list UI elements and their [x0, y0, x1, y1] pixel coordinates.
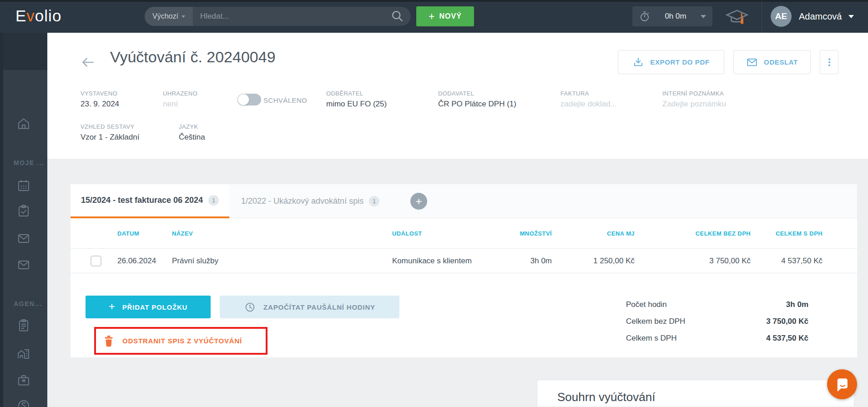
building-icon [16, 346, 31, 361]
sidebar-item-mail[interactable] [0, 231, 47, 246]
totals-value: 4 537,50 Kč [766, 334, 808, 343]
column-cena-mj: CENA MJ [562, 218, 635, 249]
cell-nazev: Právní služby [172, 249, 322, 273]
envelope-icon [16, 231, 31, 246]
meta-value-paid[interactable]: není [163, 100, 197, 109]
sidebar-section-agenda: AGEN... [14, 300, 42, 307]
send-button[interactable]: ODESLAT [733, 50, 811, 74]
plus-icon: + [429, 11, 434, 22]
count-flat-hours-button[interactable]: ZAPOČÍTAT PAUŠÁLNÍ HODINY [220, 296, 399, 318]
search-scope-dropdown[interactable]: Výchozí [145, 7, 193, 26]
sidebar-item-files[interactable] [0, 318, 47, 333]
cell-celkem-bez-dph: 3 750,00 Kč [662, 249, 751, 273]
user-menu[interactable]: Adamcová [799, 0, 854, 33]
totals-block: Počet hodin 3h 0m Celkem bez DPH 3 750,0… [626, 296, 808, 347]
home-icon [16, 116, 31, 131]
remove-case-from-billing-button[interactable]: ODSTRANIT SPIS Z VYÚČTOVÁNÍ [103, 329, 242, 353]
meta-value-language[interactable]: Čeština [179, 133, 205, 142]
more-actions-button[interactable] [820, 50, 838, 74]
summary-panel: Souhrn vyúčtování [537, 380, 854, 407]
cell-mnozstvi: 3h 0m [489, 249, 552, 273]
add-item-label: PŘIDAT POLOŽKU [122, 303, 187, 311]
chat-bubble-icon [834, 376, 850, 392]
approved-toggle[interactable] [237, 94, 261, 106]
clipboard-document-icon [16, 318, 31, 333]
clock-icon [244, 301, 256, 313]
tab-case-inactive[interactable]: 1/2022 - Ukázkový advokátní spis 1 [241, 184, 379, 218]
search-icon[interactable] [391, 10, 404, 23]
case-tabs: 15/2024 - test fakturace 06 2024 1 1/202… [71, 184, 857, 218]
meta-value-supplier[interactable]: ČR PO Plátce DPH (1) [438, 100, 516, 109]
tab-badge: 1 [208, 195, 219, 206]
column-celkem-s-dph: CELKEM S DPH [753, 218, 823, 249]
table-row[interactable]: 26.06.2024 Právní služby Komunikace s kl… [71, 249, 857, 273]
remove-case-label: ODSTRANIT SPIS Z VYÚČTOVÁNÍ [122, 337, 242, 345]
meta-label: ODBĚRATEL [326, 90, 387, 97]
sidebar-top-block [3, 33, 47, 70]
export-pdf-button[interactable]: EXPORT DO PDF [618, 50, 724, 74]
sidebar-item-tasks[interactable] [0, 204, 47, 218]
totals-label: Počet hodin [626, 300, 667, 309]
timer-widget[interactable]: 0h 0m [632, 6, 712, 26]
column-celkem-bez-dph: CELKEM BEZ DPH [662, 218, 751, 249]
totals-label: Celkem s DPH [626, 334, 676, 343]
calendar-icon [16, 178, 31, 193]
invoice-field-placeholder[interactable]: zadejte doklad... [560, 100, 617, 109]
new-button[interactable]: + NOVÝ [416, 6, 474, 26]
meta-jazyk: JAZYK Čeština [179, 123, 205, 142]
meta-value-template[interactable]: Vzor 1 - Základní [81, 133, 139, 142]
note-field-placeholder[interactable]: Zadejte poznámku [662, 100, 726, 109]
download-icon [632, 56, 644, 68]
graduation-cap-icon[interactable] [724, 7, 750, 27]
sidebar-item-cases[interactable] [0, 373, 47, 387]
sidebar-item-messages[interactable] [0, 257, 47, 272]
search-scope-label: Výchozí [152, 12, 178, 20]
envelope-icon [746, 56, 758, 68]
tab-label: 1/2022 - Ukázkový advokátní spis [241, 196, 363, 206]
totals-value: 3 750,00 Kč [766, 317, 808, 326]
approved-toggle-label: SCHVÁLENO [263, 96, 307, 104]
cell-cena-mj: 1 250,00 Kč [562, 249, 635, 273]
summary-panel-title: Souhrn vyúčtování [557, 390, 655, 404]
back-arrow-icon[interactable] [80, 55, 96, 70]
page-title: Vyúčtování č. 20240049 [110, 48, 276, 66]
evolio-logo[interactable]: Evolio [15, 7, 61, 25]
column-mnozstvi: MNOŽSTVÍ [489, 218, 552, 249]
sidebar-item-billing[interactable] [0, 398, 47, 407]
envelope-icon [16, 257, 31, 272]
meta-label: INTERNÍ POZNÁMKA [662, 90, 726, 97]
tab-label: 15/2024 - test fakturace 06 2024 [81, 196, 203, 205]
export-pdf-label: EXPORT DO PDF [650, 58, 709, 66]
billing-card: 15/2024 - test fakturace 06 2024 1 1/202… [71, 184, 857, 357]
meta-interni-poznamka: INTERNÍ POZNÁMKA Zadejte poznámku [662, 90, 726, 109]
meta-label: DODAVATEL [438, 90, 516, 97]
new-button-label: NOVÝ [439, 12, 462, 20]
search-input[interactable] [193, 7, 391, 26]
chat-fab-button[interactable] [827, 369, 857, 399]
logo-accent: v [26, 7, 35, 25]
sidebar-item-entities[interactable] [0, 346, 47, 361]
meta-label: VYSTAVENO [81, 90, 119, 97]
clipboard-check-icon [16, 204, 31, 218]
table-header: DATUM NÁZEV UDÁLOST MNOŽSTVÍ CENA MJ CEL… [71, 218, 857, 249]
avatar[interactable]: AE [771, 6, 792, 27]
user-name: Adamcová [799, 11, 842, 22]
meta-vystaveno: VYSTAVENO 23. 9. 2024 [81, 90, 119, 109]
tab-case-active[interactable]: 15/2024 - test fakturace 06 2024 1 [71, 184, 229, 218]
timer-value: 0h 0m [656, 12, 695, 21]
row-checkbox[interactable] [91, 256, 101, 266]
sidebar-item-calendar[interactable] [0, 178, 47, 193]
trash-icon [103, 335, 114, 347]
dollar-circle-icon [16, 398, 31, 407]
meta-value-customer[interactable]: mimo EU FO (25) [326, 100, 387, 109]
meta-faktura: FAKTURA zadejte doklad... [560, 90, 617, 109]
meta-value-date[interactable]: 23. 9. 2024 [81, 100, 119, 109]
annotation-highlight-box: ODSTRANIT SPIS Z VYÚČTOVÁNÍ [94, 327, 267, 355]
global-search: Výchozí [145, 7, 411, 26]
add-case-tab-button[interactable]: + [410, 193, 427, 210]
briefcase-icon [16, 373, 31, 387]
sidebar-item-home[interactable] [0, 116, 47, 131]
totals-row: Celkem bez DPH 3 750,00 Kč [626, 313, 808, 330]
add-item-button[interactable]: + PŘIDAT POLOŽKU [86, 296, 211, 318]
avatar-initials: AE [775, 11, 787, 21]
